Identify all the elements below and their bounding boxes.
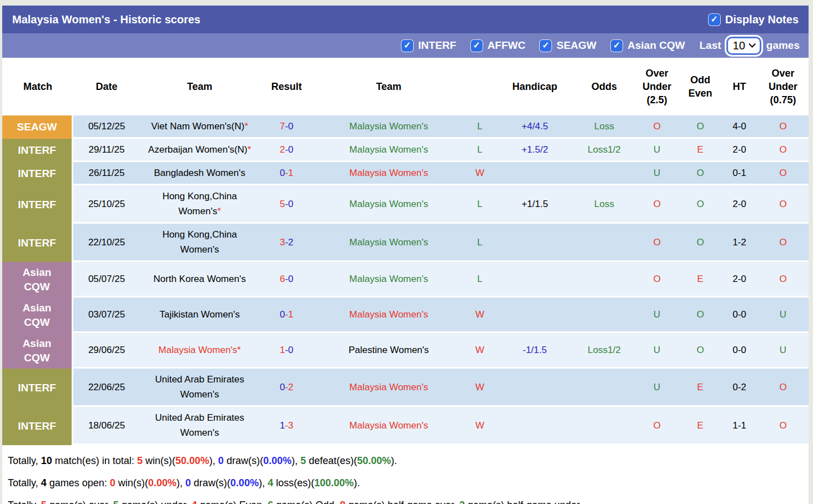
win-loss-cell: L (464, 115, 496, 139)
odds-cell (574, 224, 635, 262)
odds-cell: Loss1/2 (574, 333, 635, 369)
filter-label-interf: INTERF (418, 39, 456, 52)
team1-cell: Hong Kong,China Women's (140, 224, 259, 262)
match-badge: Asian CQW (2, 298, 73, 333)
filter-item-seagw: SEAGW (540, 39, 596, 52)
match-badge: INTERF (2, 139, 73, 162)
last-games-select[interactable]: 10 (726, 37, 761, 55)
ht-cell: 0-1 (721, 162, 757, 185)
col-header-date: Date (73, 58, 140, 115)
over-under-25-cell: U (635, 369, 679, 407)
date-cell: 03/07/25 (73, 298, 140, 333)
win-loss-cell: L (464, 262, 496, 298)
col-header-over-under-2-5: Over Under (2.5) (635, 58, 679, 115)
over-under-25-cell: U (635, 333, 679, 369)
over-under-25-cell: O (635, 407, 679, 445)
team2-cell: Palestine Women's (314, 333, 464, 369)
date-cell: 05/07/25 (73, 262, 140, 298)
col-header-result: Result (259, 58, 314, 115)
date-cell: 22/06/25 (73, 369, 140, 407)
handicap-cell (496, 407, 574, 445)
result-cell: 3-2 (259, 224, 314, 262)
over-under-075-cell: O (757, 224, 809, 262)
team2-cell: Malaysia Women's (314, 369, 464, 407)
col-header-match: Match (2, 58, 73, 115)
over-under-075-cell: O (757, 262, 809, 298)
result-cell: 2-0 (259, 139, 314, 162)
result-cell: 1-3 (259, 407, 314, 445)
match-badge: INTERF (2, 162, 73, 185)
odds-cell (574, 262, 635, 298)
table-row: Asian CQW29/06/25Malaysia Women's*1-0Pal… (2, 333, 809, 369)
date-cell: 29/11/25 (73, 139, 140, 162)
team2-cell: Malaysia Women's (314, 224, 464, 262)
ht-cell: 2-0 (721, 262, 757, 298)
odds-cell (574, 407, 635, 445)
filter-bar: INTERFAFFWCSEAGWAsian CQW Last 10 games (2, 33, 809, 58)
win-loss-cell: W (464, 162, 496, 185)
win-loss-cell: W (464, 407, 496, 445)
ht-cell: 0-0 (721, 333, 757, 369)
result-cell: 6-0 (259, 262, 314, 298)
ht-cell: 1-1 (721, 407, 757, 445)
display-notes-checkbox[interactable] (709, 14, 720, 26)
team1-cell: Hong Kong,China Women's* (140, 185, 259, 224)
odd-even-cell: O (679, 162, 721, 185)
over-under-075-cell: U (757, 333, 809, 369)
over-under-075-cell: O (757, 162, 809, 185)
team1-cell: North Korea Women's (140, 262, 259, 298)
handicap-cell (496, 162, 574, 185)
filter-checkbox-seagw[interactable] (540, 40, 551, 52)
filter-checkbox-asian-cqw[interactable] (611, 40, 623, 52)
filter-items: INTERFAFFWCSEAGWAsian CQW (402, 39, 685, 52)
date-cell: 05/12/25 (73, 115, 140, 139)
filter-checkbox-affwc[interactable] (471, 40, 483, 52)
team2-cell: Malaysia Women's (314, 185, 464, 224)
table-row: INTERF22/10/25Hong Kong,China Women's3-2… (2, 224, 809, 262)
team2-cell: Malaysia Women's (314, 139, 464, 162)
table-row: Asian CQW03/07/25Tajikistan Women's0-1Ma… (2, 298, 809, 333)
table-row: INTERF22/06/25United Arab Emirates Women… (2, 369, 809, 407)
odd-even-cell: E (679, 407, 721, 445)
odd-even-cell: E (679, 262, 721, 298)
display-notes-label: Display Notes (725, 13, 799, 26)
match-badge: INTERF (2, 407, 73, 445)
table-row: SEAGW05/12/25Viet Nam Women's(N)*7-0Mala… (2, 115, 809, 139)
over-under-25-cell: O (635, 224, 679, 262)
date-cell: 26/11/25 (73, 162, 140, 185)
team1-cell: United Arab Emirates Women's (140, 407, 259, 445)
over-under-075-cell: O (757, 139, 809, 162)
filter-item-asian-cqw: Asian CQW (611, 39, 685, 52)
table-row: INTERF18/06/25United Arab Emirates Women… (2, 407, 809, 445)
over-under-075-cell: O (757, 369, 809, 407)
team1-cell: Viet Nam Women's(N)* (140, 115, 259, 139)
table-header-row: MatchDateTeamResultTeamHandicapOddsOver … (2, 58, 809, 115)
team1-cell: United Arab Emirates Women's (140, 369, 259, 407)
col-header-ht: HT (721, 58, 757, 115)
team1-cell: Bangladesh Women's (140, 162, 259, 185)
ht-cell: 2-0 (721, 139, 757, 162)
odd-even-cell: O (679, 185, 721, 224)
date-cell: 29/06/25 (73, 333, 140, 369)
match-badge: INTERF (2, 224, 73, 262)
col-header-wl (464, 58, 496, 115)
handicap-cell: -1/1.5 (496, 333, 574, 369)
ht-cell: 1-2 (721, 224, 757, 262)
content: Malaysia Women's - Historic scores Displ… (2, 6, 809, 504)
filter-item-interf: INTERF (402, 39, 456, 52)
table-row: INTERF29/11/25Azerbaijan Women's(N)*2-0M… (2, 139, 809, 162)
page: Malaysia Women's - Historic scores Displ… (0, 0, 813, 504)
ht-cell: 0-0 (721, 298, 757, 333)
over-under-25-cell: O (635, 115, 679, 139)
over-under-075-cell: O (757, 115, 809, 139)
handicap-cell (496, 262, 574, 298)
filter-checkbox-interf[interactable] (402, 40, 413, 52)
date-cell: 22/10/25 (73, 224, 140, 262)
match-badge: Asian CQW (2, 262, 73, 298)
team2-cell: Malaysia Women's (314, 407, 464, 445)
win-loss-cell: L (464, 224, 496, 262)
odds-cell: Loss (574, 115, 635, 139)
handicap-cell: +1.5/2 (496, 139, 574, 162)
win-loss-cell: W (464, 298, 496, 333)
col-header-team2: Team (314, 58, 464, 115)
